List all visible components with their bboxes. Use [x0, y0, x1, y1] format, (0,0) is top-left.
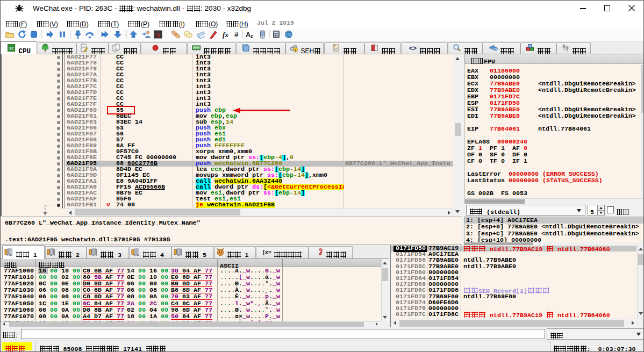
- svg-text:#: #: [234, 31, 239, 39]
- svg-text:z: z: [251, 33, 253, 39]
- svg-text:S: S: [156, 31, 160, 39]
- svg-text:fx: fx: [223, 31, 228, 39]
- svg-text:32: 32: [9, 46, 13, 51]
- svg-text:A: A: [246, 31, 251, 39]
- svg-text:!: !: [295, 48, 296, 52]
- svg-text:[x=]: [x=]: [263, 249, 271, 255]
- svg-text:<>: <>: [409, 45, 416, 52]
